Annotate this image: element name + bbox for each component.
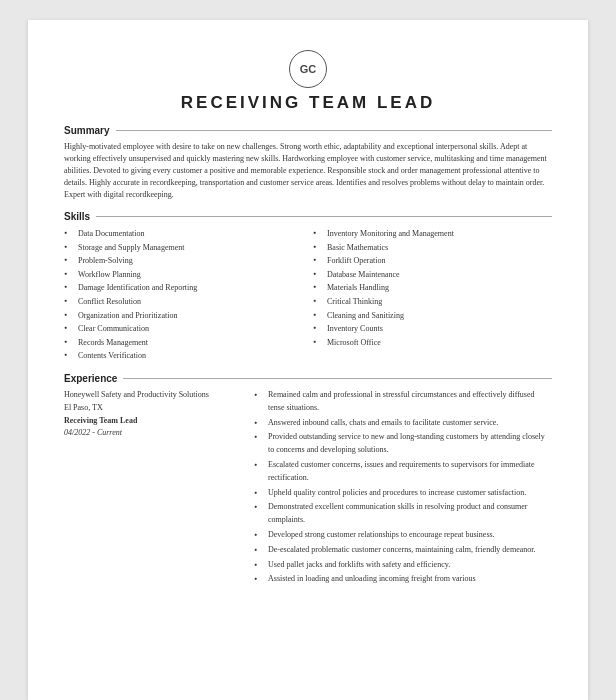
summary-divider [116,130,552,131]
skill-item: Forklift Operation [313,254,552,268]
skills-grid: Data DocumentationStorage and Supply Man… [64,227,552,363]
skill-item: Contents Verification [64,349,303,363]
skills-col-left: Data DocumentationStorage and Supply Man… [64,227,303,363]
experience-divider [123,378,552,379]
skill-item: Microsoft Office [313,336,552,350]
experience-job: Honeywell Safety and Productivity Soluti… [64,389,552,588]
experience-bullet: Provided outstanding service to new and … [254,431,552,457]
experience-header: Experience [64,373,552,384]
resume-title: RECEIVING TEAM LEAD [64,93,552,113]
skill-item: Inventory Monitoring and Management [313,227,552,241]
skills-divider [96,216,552,217]
company-name: Honeywell Safety and Productivity Soluti… [64,390,209,399]
summary-header: Summary [64,125,552,136]
summary-section: Summary Highly-motivated employee with d… [64,125,552,201]
skills-section: Skills Data DocumentationStorage and Sup… [64,211,552,363]
skill-item: Storage and Supply Management [64,241,303,255]
experience-bullet: Developed strong customer relationships … [254,529,552,542]
job-date: 04/2022 - Current [64,428,122,437]
experience-section: Experience Honeywell Safety and Producti… [64,373,552,588]
experience-bullet: Used pallet jacks and forklifts with saf… [254,559,552,572]
skill-item: Critical Thinking [313,295,552,309]
skill-item: Data Documentation [64,227,303,241]
summary-text: Highly-motivated employee with desire to… [64,141,552,201]
summary-label: Summary [64,125,116,136]
skill-item: Problem-Solving [64,254,303,268]
company-location: El Paso, TX [64,403,103,412]
experience-bullet: De-escalated problematic customer concer… [254,544,552,557]
experience-bullet: Demonstrated excellent communication ski… [254,501,552,527]
experience-bullet: Answered inbound calls, chats and emails… [254,417,552,430]
skill-item: Basic Mathematics [313,241,552,255]
avatar: GC [289,50,327,88]
skills-header: Skills [64,211,552,222]
skill-item: Workflow Planning [64,268,303,282]
experience-right: Remained calm and professional in stress… [254,389,552,588]
experience-label: Experience [64,373,123,384]
skill-item: Database Maintenance [313,268,552,282]
skill-item: Inventory Counts [313,322,552,336]
skills-label: Skills [64,211,96,222]
experience-left: Honeywell Safety and Productivity Soluti… [64,389,244,588]
skill-item: Conflict Resolution [64,295,303,309]
skill-item: Damage Identification and Reporting [64,281,303,295]
job-title: Receiving Team Lead [64,416,137,425]
experience-bullet: Upheld quality control policies and proc… [254,487,552,500]
skill-item: Materials Handling [313,281,552,295]
skill-item: Cleaning and Sanitizing [313,309,552,323]
experience-bullet: Escalated customer concerns, issues and … [254,459,552,485]
resume-page: GC RECEIVING TEAM LEAD Summary Highly-mo… [28,20,588,700]
skill-item: Organization and Prioritization [64,309,303,323]
skill-item: Clear Communication [64,322,303,336]
experience-bullet: Assisted in loading and unloading incomi… [254,573,552,586]
skill-item: Records Management [64,336,303,350]
skills-col-right: Inventory Monitoring and ManagementBasic… [313,227,552,363]
experience-bullet: Remained calm and professional in stress… [254,389,552,415]
resume-header: GC RECEIVING TEAM LEAD [64,50,552,113]
